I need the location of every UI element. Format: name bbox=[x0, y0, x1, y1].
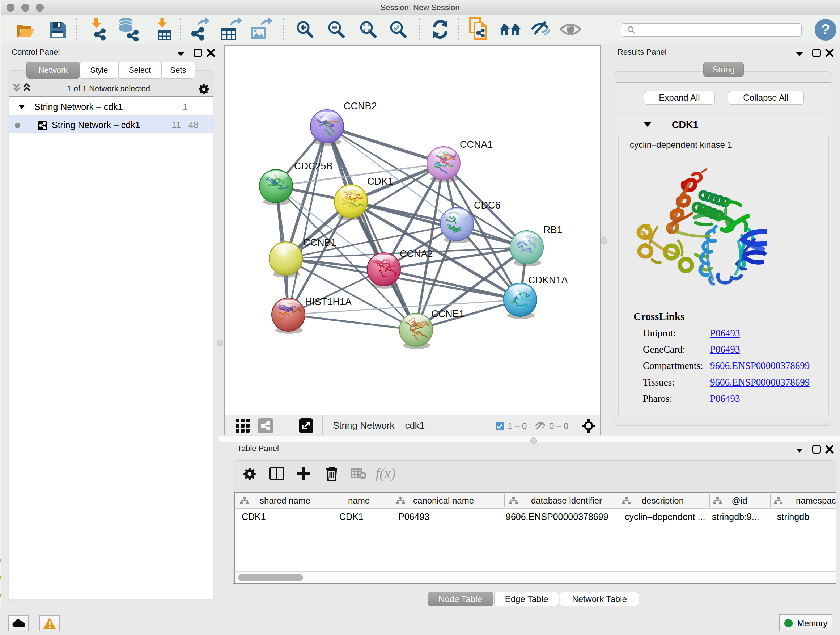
svg-text:CCNB2: CCNB2 bbox=[344, 101, 377, 111]
svg-text:CDK1: CDK1 bbox=[367, 176, 393, 187]
svg-text:CDC6: CDC6 bbox=[474, 200, 501, 211]
svg-text:HIST1H1A: HIST1H1A bbox=[305, 296, 352, 307]
svg-text:CCNA1: CCNA1 bbox=[460, 139, 493, 150]
svg-text:RB1: RB1 bbox=[543, 225, 562, 235]
svg-text:CCNE1: CCNE1 bbox=[431, 309, 464, 319]
svg-text:CCNA2: CCNA2 bbox=[400, 249, 433, 259]
svg-text:CDC25B: CDC25B bbox=[294, 161, 333, 172]
svg-text:CCNB1: CCNB1 bbox=[303, 237, 336, 248]
svg-text:CDKN1A: CDKN1A bbox=[528, 275, 568, 286]
